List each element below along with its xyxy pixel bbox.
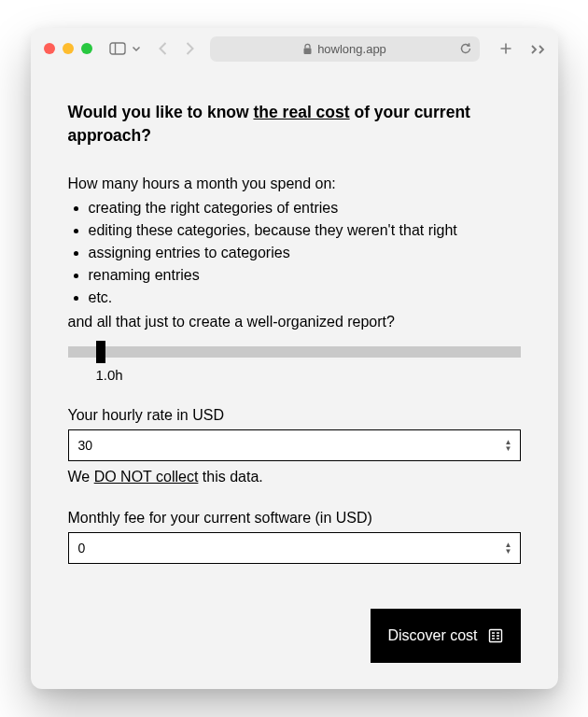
monthly-fee-label: Monthly fee for your current software (i…	[68, 510, 521, 527]
calculator-icon	[487, 627, 504, 644]
disclaimer-mid: DO NOT collect	[94, 469, 199, 485]
monthly-fee-stepper[interactable]: ▲ ▼	[505, 542, 512, 555]
page-content: Would you like to know the real cost of …	[31, 69, 558, 689]
address-bar[interactable]: howlong.app	[210, 36, 480, 62]
task-list-item: etc.	[89, 287, 521, 309]
svg-rect-0	[110, 43, 125, 54]
disclaimer-prefix: We	[68, 469, 94, 485]
discover-cost-button[interactable]: Discover cost	[371, 609, 520, 663]
chevron-down-icon[interactable]	[132, 44, 141, 53]
hourly-rate-input[interactable]: 30 ▲ ▼	[68, 429, 521, 461]
hourly-rate-stepper[interactable]: ▲ ▼	[505, 440, 512, 452]
nav-arrows	[158, 41, 195, 56]
hourly-rate-value: 30	[78, 438, 93, 453]
task-list-item: assigning entries to categories	[89, 242, 521, 264]
slider-thumb[interactable]	[96, 341, 105, 363]
lock-icon	[302, 43, 313, 55]
discover-cost-label: Discover cost	[387, 627, 477, 644]
monthly-fee-value: 0	[78, 541, 86, 555]
hourly-rate-label: Your hourly rate in USD	[68, 407, 521, 424]
forward-button-icon[interactable]	[184, 41, 195, 56]
close-window-icon[interactable]	[44, 43, 55, 54]
task-list-item: editing these categories, because they w…	[89, 219, 521, 242]
heading-prefix: Would you like to know	[68, 103, 254, 121]
minimize-window-icon[interactable]	[63, 43, 74, 54]
slider-track[interactable]	[68, 346, 521, 358]
stepper-down-icon[interactable]: ▼	[505, 446, 512, 452]
intro-text: How many hours a month you spend on:	[68, 173, 521, 195]
browser-window: howlong.app Would you like to know the r…	[31, 28, 558, 689]
overflow-icon[interactable]	[530, 42, 545, 55]
heading-emph: the real cost	[254, 103, 350, 121]
url-host: howlong.app	[317, 42, 386, 56]
maximize-window-icon[interactable]	[81, 43, 92, 54]
disclaimer-suffix: this data.	[198, 469, 262, 485]
titlebar: howlong.app	[31, 28, 558, 69]
monthly-fee-input[interactable]: 0 ▲ ▼	[68, 532, 521, 564]
stepper-down-icon[interactable]: ▼	[505, 549, 512, 555]
reload-icon[interactable]	[459, 42, 472, 55]
hours-slider[interactable]: 1.0h	[68, 346, 521, 383]
svg-rect-2	[304, 48, 312, 54]
actions-row: Discover cost	[68, 609, 521, 663]
svg-rect-5	[489, 630, 501, 642]
slider-value-label: 1.0h	[96, 367, 521, 383]
page-heading: Would you like to know the real cost of …	[68, 101, 521, 147]
window-controls	[44, 43, 92, 54]
disclaimer-text: We DO NOT collect this data.	[68, 469, 521, 485]
new-tab-icon[interactable]	[498, 41, 513, 56]
outro-text: and all that just to create a well-organ…	[68, 311, 521, 333]
back-button-icon[interactable]	[158, 41, 169, 56]
task-list-item: renaming entries	[89, 264, 521, 287]
task-list-item: creating the right categories of entries	[89, 197, 521, 219]
sidebar-controls	[109, 42, 141, 55]
sidebar-toggle-icon[interactable]	[109, 42, 126, 55]
task-list: creating the right categories of entries…	[68, 197, 521, 309]
